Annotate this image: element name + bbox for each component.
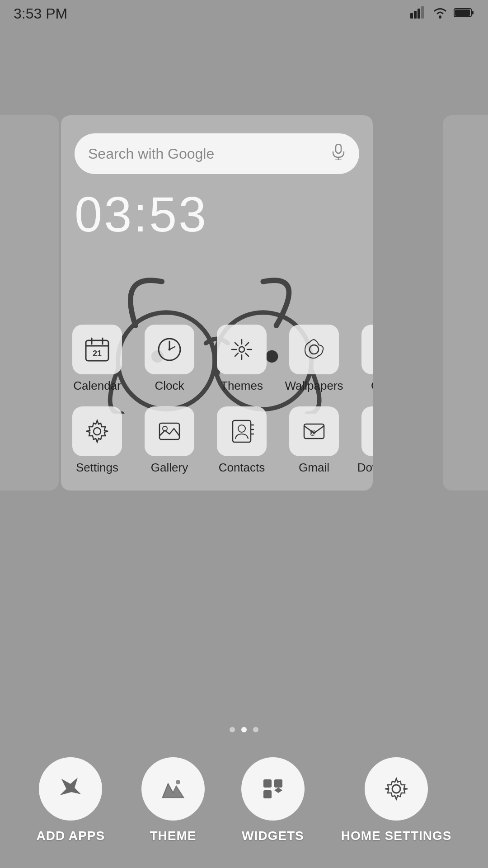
home-settings-icon-circle (365, 757, 428, 821)
svg-line-29 (235, 343, 238, 346)
svg-text:@: @ (310, 429, 316, 436)
app-item-gmail-r2[interactable]: @ Gmail (278, 400, 350, 481)
widgets-icon-circle (241, 757, 305, 821)
home-settings-label: HOME SETTINGS (341, 829, 452, 843)
settings-label: Settings (76, 461, 118, 475)
app-item-settings[interactable]: Settings (61, 400, 133, 481)
calendar-label: Calendar (73, 379, 121, 393)
microphone-icon[interactable] (331, 144, 346, 164)
app-item-clock[interactable]: Clock (133, 318, 206, 400)
theme-label: THEME (150, 829, 196, 843)
status-bar: 3:53 PM (0, 0, 488, 27)
svg-rect-0 (410, 13, 413, 19)
themes-icon-wrapper (217, 325, 267, 374)
downloads-icon-wrapper (361, 406, 373, 456)
gmail-r2-icon-wrapper: @ (289, 406, 339, 456)
home-settings-button[interactable]: HOME SETTINGS (341, 757, 452, 843)
widgets-button[interactable]: WIDGETS (241, 757, 305, 843)
wallpapers-label: Wallpapers (285, 379, 343, 393)
gallery-label: Gallery (151, 461, 188, 475)
svg-point-40 (238, 425, 245, 432)
signal-icon (410, 6, 427, 22)
svg-line-30 (245, 353, 249, 356)
svg-point-50 (392, 785, 400, 793)
gmail-r1-label: Gmail (371, 379, 373, 393)
add-apps-button[interactable]: ADD APPS (36, 757, 105, 843)
app-item-gallery[interactable]: Gallery (133, 400, 206, 481)
svg-rect-47 (263, 779, 272, 788)
svg-line-32 (235, 353, 238, 356)
svg-rect-3 (421, 6, 424, 19)
gmail-r1-icon-wrapper: @ (361, 325, 373, 374)
svg-rect-2 (418, 9, 420, 19)
search-placeholder: Search with Google (88, 146, 214, 162)
svg-point-23 (169, 349, 171, 351)
app-item-themes[interactable]: Themes (206, 318, 278, 400)
settings-icon-wrapper (72, 406, 122, 456)
dot-2 (241, 727, 247, 732)
left-card-peek (0, 115, 59, 491)
app-item-wallpapers[interactable]: Wallpapers (278, 318, 350, 400)
svg-point-33 (310, 345, 319, 354)
search-bar[interactable]: Search with Google (75, 133, 359, 174)
svg-text:21: 21 (93, 349, 102, 358)
svg-point-4 (439, 16, 441, 19)
svg-rect-7 (471, 11, 474, 14)
app-grid: 21 Calendar Clock (61, 313, 373, 491)
gmail-r2-label: Gmail (299, 461, 329, 475)
gallery-icon-wrapper (145, 406, 194, 456)
contacts-icon-wrapper (217, 406, 267, 456)
wallpapers-icon-wrapper (289, 325, 339, 374)
widgets-label: WIDGETS (242, 829, 304, 843)
home-card: Search with Google 03:53 (61, 115, 373, 491)
clock-icon-wrapper (145, 325, 194, 374)
app-item-downloads[interactable]: Downloads (350, 400, 373, 481)
add-apps-label: ADD APPS (36, 829, 105, 843)
svg-rect-48 (274, 779, 282, 788)
clock-label: Clock (155, 379, 184, 393)
add-apps-icon-circle (39, 757, 102, 821)
svg-point-24 (239, 347, 244, 352)
app-item-contacts[interactable]: Contacts (206, 400, 278, 481)
svg-rect-8 (336, 144, 341, 153)
svg-rect-1 (414, 11, 417, 19)
status-time: 3:53 PM (14, 5, 67, 22)
downloads-label: Downloads (357, 461, 373, 475)
app-item-calendar[interactable]: 21 Calendar (61, 318, 133, 400)
right-card-peek (443, 115, 488, 491)
svg-point-46 (176, 780, 180, 784)
themes-label: Themes (221, 379, 263, 393)
page-indicator (230, 727, 258, 732)
calendar-icon-wrapper: 21 (72, 325, 122, 374)
svg-line-31 (245, 343, 249, 346)
battery-icon (454, 7, 474, 20)
bottom-bar: ADD APPS THEME WIDGETS (0, 741, 488, 868)
dot-1 (230, 727, 235, 732)
contacts-label: Contacts (219, 461, 265, 475)
svg-point-36 (94, 428, 101, 435)
svg-rect-6 (455, 9, 470, 16)
svg-rect-49 (263, 790, 272, 798)
theme-button[interactable]: THEME (141, 757, 205, 843)
dot-3 (253, 727, 258, 732)
theme-icon-circle (141, 757, 205, 821)
app-item-gmail-r1[interactable]: @ Gmail (350, 318, 373, 400)
clock-widget: 03:53 (75, 185, 208, 243)
wifi-icon (432, 6, 448, 21)
status-icons (410, 6, 474, 22)
